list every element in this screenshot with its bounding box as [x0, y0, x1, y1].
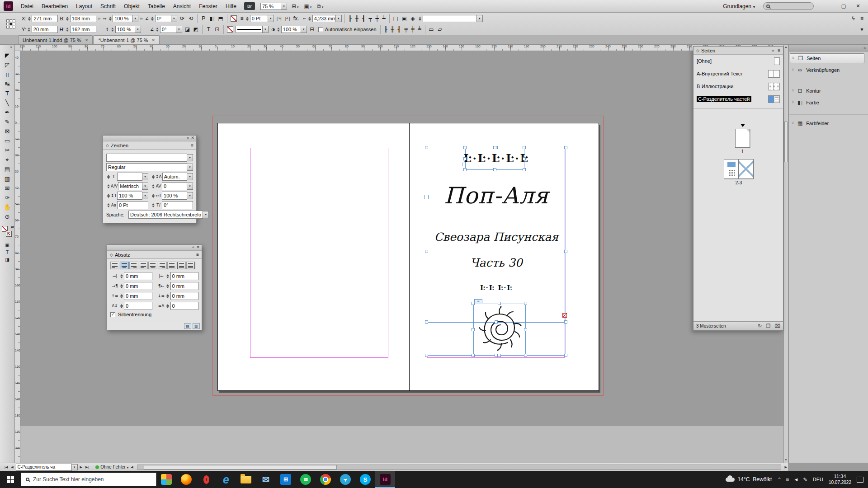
collapse-panel-icon[interactable]	[187, 136, 189, 140]
selection-handle[interactable]	[564, 250, 567, 253]
close-icon[interactable]	[152, 38, 156, 42]
distribute-objects-buttons-4[interactable]: ╪	[410, 25, 416, 34]
line-tool[interactable]: ╲	[0, 98, 14, 108]
stepper[interactable]	[106, 202, 110, 208]
stroke-swatch[interactable]	[6, 231, 12, 237]
taskbar-app-mail[interactable]: ✉	[256, 471, 276, 488]
align-objects-buttons-3[interactable]: ┯	[367, 14, 374, 23]
stepper[interactable]	[151, 15, 155, 22]
collapse-panel-icon[interactable]	[0, 45, 14, 51]
selection-handle[interactable]	[425, 146, 428, 149]
taskbar-app-photos[interactable]	[156, 471, 176, 488]
stepper[interactable]	[111, 26, 115, 33]
right-indent-field[interactable]: |← 0 mm	[157, 272, 199, 280]
panel-titlebar[interactable]	[103, 136, 196, 141]
corner-options-button[interactable]: ◳	[275, 14, 283, 23]
menu-hilfe[interactable]: Hilfe	[222, 0, 241, 13]
baseline-shift-field[interactable]: Aa 0 Pt	[106, 201, 148, 209]
pen-tool[interactable]: ✒	[0, 108, 14, 117]
effects-button[interactable]: fx.	[292, 14, 301, 23]
align-right-button[interactable]	[129, 262, 138, 269]
dock-item-seiten[interactable]: ❐Seiten	[790, 53, 864, 63]
stepper[interactable]	[151, 192, 155, 199]
taskbar-app-file-explorer[interactable]	[236, 471, 256, 488]
prev-page-button[interactable]: ◀	[10, 465, 14, 469]
align-objects-buttons-4[interactable]: ┿	[374, 14, 381, 23]
taskbar-app-edge[interactable]: e	[216, 471, 236, 488]
tracking-combo[interactable]: AV 0	[151, 182, 193, 190]
scale-y-combo[interactable]: ↕100 %	[104, 25, 141, 33]
menu-fenster[interactable]: Fenster	[195, 0, 222, 13]
master-row-0[interactable]: [Ohne]	[693, 55, 783, 67]
stepper[interactable]	[151, 202, 155, 208]
space-before-field[interactable]: ↑≡ 0 mm	[110, 292, 152, 300]
rotation-angle-combo[interactable]: ∠0°	[144, 14, 177, 23]
justify-last-left-button[interactable]	[139, 262, 148, 269]
taskbar-app-telegram[interactable]: ➤	[335, 471, 355, 488]
chevron-down-icon[interactable]	[753, 3, 755, 9]
chevron-down-icon[interactable]	[187, 183, 193, 190]
stroke-style-combo[interactable]	[236, 25, 269, 33]
justify-all-button[interactable]	[167, 262, 176, 269]
vertical-ruler[interactable]: 4030201001020304050607080901001101201301…	[15, 51, 20, 463]
font-size-combo[interactable]: T	[106, 173, 148, 181]
taskbar-search-input[interactable]: Zur Suche Text hier eingeben	[21, 473, 156, 486]
stroke-weight-combo[interactable]: ≣0 Pt	[239, 14, 274, 23]
menu-schrift[interactable]: Schrift	[96, 0, 120, 13]
ethernet-icon[interactable]: ⧈	[786, 477, 789, 483]
scissors-tool[interactable]: ✂	[0, 145, 14, 155]
selection-handle[interactable]	[472, 354, 475, 357]
chevron-down-icon[interactable]	[187, 173, 193, 180]
stepper[interactable]	[106, 183, 110, 189]
chevron-down-icon[interactable]	[132, 15, 138, 22]
drop-shadow-button[interactable]: ⊟	[308, 25, 316, 34]
stepper[interactable]	[119, 303, 123, 309]
fill-stroke-controls[interactable]	[0, 225, 14, 241]
selection-handle[interactable]	[472, 328, 475, 331]
menu-datei[interactable]: Datei	[17, 0, 38, 13]
pencil-tool[interactable]: ✎	[0, 117, 14, 127]
flip-horizontal-button[interactable]: ◧	[208, 14, 217, 23]
align-towards-spine-button[interactable]	[177, 262, 186, 269]
bridge-icon[interactable]: Br	[244, 2, 255, 10]
last-page-button[interactable]: ▶|	[85, 465, 90, 469]
stepper[interactable]	[245, 15, 250, 22]
master-row-1[interactable]: A-Внутренний Текст	[693, 67, 783, 80]
autofit-checkbox-box[interactable]	[318, 27, 323, 32]
workspace-switcher[interactable]: Grundlagen	[723, 3, 751, 9]
zoom-tool[interactable]: ⊙	[0, 212, 14, 221]
gradient-feather-tool[interactable]: ▥	[0, 174, 14, 183]
stepper[interactable]	[66, 15, 70, 22]
taskbar-app-firefox[interactable]	[176, 471, 196, 488]
taskbar-app-chrome[interactable]	[316, 471, 335, 488]
panel-menu-icon[interactable]	[191, 143, 193, 148]
kerning-combo[interactable]: A/V Metrisch	[106, 182, 148, 190]
direct-selection-tool[interactable]: ◸	[0, 60, 14, 70]
width-field[interactable]: B:108 mm	[60, 14, 96, 23]
page-2-thumbnail[interactable]	[724, 159, 739, 179]
app-search-input[interactable]	[763, 2, 814, 10]
rotate-90-cw-button[interactable]: ⟳	[178, 14, 187, 23]
chevron-down-icon[interactable]	[72, 464, 78, 470]
flip-vertical-button[interactable]: ⬒	[217, 14, 225, 23]
distribute-objects-buttons-5[interactable]: ╧	[416, 25, 423, 34]
dock-item-farbe[interactable]: ◧Farbe	[790, 98, 864, 108]
first-line-indent-field[interactable]: →¶ 0 mm	[110, 282, 152, 290]
eyedropper-tool[interactable]: ✑	[0, 193, 14, 202]
menu-tabelle[interactable]: Tabelle	[144, 0, 169, 13]
stepper[interactable]	[418, 15, 422, 22]
page-tool[interactable]: ▯	[0, 70, 14, 79]
collapse-panel-icon[interactable]	[772, 48, 774, 53]
menu-ansicht[interactable]: Ansicht	[169, 0, 195, 13]
first-page-button[interactable]: |◀	[4, 465, 9, 469]
chevron-down-icon[interactable]	[187, 192, 193, 199]
scrollbar-thumb[interactable]	[144, 465, 337, 469]
chevron-down-icon[interactable]	[203, 211, 209, 218]
text-in-port[interactable]	[424, 195, 429, 199]
stepper[interactable]	[156, 26, 160, 33]
chevron-down-icon[interactable]	[187, 164, 193, 171]
chevron-down-icon[interactable]	[477, 15, 483, 22]
taskbar-app-skype[interactable]: S	[355, 471, 375, 488]
object-style-combo[interactable]	[418, 14, 483, 23]
corner-radius-field[interactable]: ⌐4,233 mm	[302, 14, 342, 23]
